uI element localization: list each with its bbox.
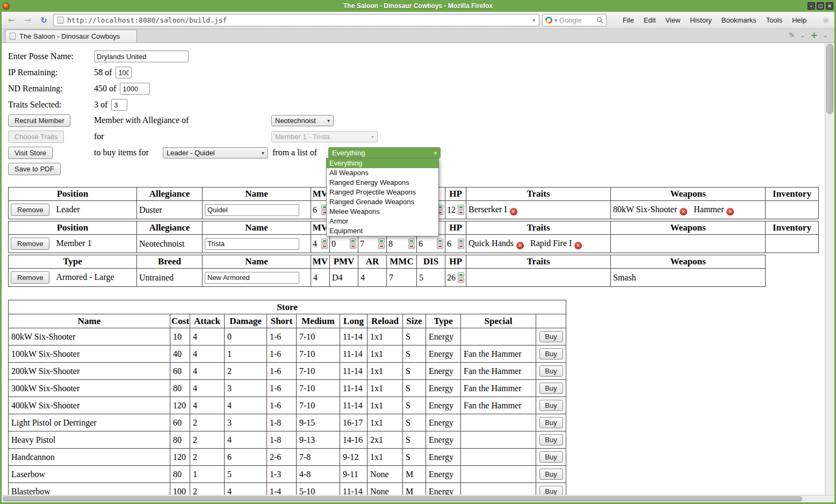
remove-trait-icon[interactable]: ✕ (574, 242, 582, 249)
remove-member1-button[interactable]: Remove (11, 237, 49, 250)
url-text[interactable]: http://localhost:8080/saloon/build.jsf (67, 16, 529, 24)
buy-button[interactable]: Buy (539, 451, 563, 463)
dinosaur-name-input[interactable] (205, 272, 299, 284)
store-filter-select[interactable]: Everything ▾ (328, 147, 441, 159)
search-box[interactable]: ▾ Google (542, 14, 607, 26)
filter-option[interactable]: Ranged Energy Weapons (327, 178, 438, 188)
search-engine-caret-icon[interactable]: ▾ (554, 17, 557, 23)
store-cell-medium: 7-10 (297, 397, 340, 414)
menu-help[interactable]: Help (787, 12, 811, 28)
store-cell-short: 1-6 (267, 328, 297, 345)
maximize-icon[interactable]: □ (817, 2, 824, 10)
store-body: 80kW Six-Shooter 10 4 0 1-6 7-10 11-14 1… (9, 328, 566, 495)
recruit-member-button[interactable]: Recruit Member (8, 114, 70, 127)
buy-button[interactable]: Buy (539, 331, 563, 342)
save-pdf-button[interactable]: Save to PDF (8, 163, 61, 175)
buy-member-select[interactable]: Leader - Quidel ▾ (163, 147, 268, 159)
dinosaur-table: TypeBreedName MVPMVAR MMCDISHP TraitsWea… (8, 255, 766, 287)
list-all-tabs-icon[interactable]: ⌄ (823, 32, 828, 39)
menu-history[interactable]: History (685, 12, 716, 28)
search-placeholder[interactable]: Google (559, 16, 594, 24)
posse-name-input[interactable] (94, 51, 189, 62)
minimize-icon[interactable]: – (808, 2, 815, 10)
member-select[interactable]: Member 1 - Trista ▾ (271, 131, 378, 142)
allegiance-select[interactable]: Neotechnoist ▾ (271, 115, 334, 126)
buy-button[interactable]: Buy (539, 383, 563, 394)
google-logo-icon (545, 17, 552, 24)
filter-option[interactable]: Ranged Grenade Weapons (327, 197, 438, 207)
store-cell-special (461, 483, 536, 495)
menu-file[interactable]: File (618, 12, 639, 28)
horizontal-scrollbar-thumb[interactable] (3, 496, 802, 501)
store-cell-special (461, 431, 536, 449)
reload-icon[interactable]: ↻ (37, 14, 51, 27)
filter-option[interactable]: Melee Weapons (327, 207, 438, 217)
back-icon[interactable]: ← (5, 14, 18, 27)
store-cell-short: 1-6 (267, 397, 297, 414)
store-cell-reload: 1x1 (367, 363, 403, 380)
store-cell-medium: 7-10 (297, 345, 340, 363)
menu-edit[interactable]: Edit (639, 12, 660, 28)
nd-max-input[interactable] (120, 83, 150, 95)
choose-traits-button[interactable]: Choose Traits (8, 131, 64, 143)
buy-button[interactable]: Buy (539, 486, 563, 495)
remove-trait-icon[interactable]: ✕ (516, 242, 524, 249)
store-cell-name: Laserbow (9, 466, 170, 483)
store-row: 80kW Six-Shooter 10 4 0 1-6 7-10 11-14 1… (9, 328, 566, 345)
vertical-scrollbar-thumb[interactable] (826, 44, 833, 114)
window-menu-icon[interactable] (3, 3, 10, 10)
filter-option[interactable]: Armor (327, 217, 438, 226)
store-cell-medium: 7-10 (297, 363, 340, 380)
buy-button[interactable]: Buy (539, 400, 563, 411)
search-icon[interactable] (596, 17, 603, 24)
store-cell-reload: 1x1 (367, 380, 403, 397)
traits-max-input[interactable] (111, 99, 127, 111)
remove-weapon-icon[interactable]: ✕ (680, 208, 687, 215)
buy-button[interactable]: Buy (539, 417, 563, 428)
remove-dinosaur-button[interactable]: Remove (11, 271, 49, 284)
filter-option[interactable]: Ranged Projectile Weapons (327, 188, 438, 197)
forward-icon[interactable]: → (21, 14, 34, 27)
store-cell-attack: 4 (190, 328, 225, 345)
buy-button[interactable]: Buy (539, 365, 563, 377)
filter-option[interactable]: Everything (327, 159, 438, 168)
store-cell-long: 11-14 (340, 397, 367, 414)
titlebar[interactable]: The Saloon - Dinosaur Cowboys - Mozilla … (0, 0, 836, 12)
store-cell-cost: 60 (170, 363, 190, 380)
store-cell-reload: 1x1 (367, 414, 403, 431)
visit-store-button[interactable]: Visit Store (8, 147, 53, 159)
remove-leader-button[interactable]: Remove (11, 204, 49, 216)
close-icon[interactable]: × (826, 2, 833, 10)
store-cell-reload: 1x1 (367, 328, 403, 345)
store-cell-long: 16-17 (340, 414, 367, 431)
tab-tools-icon[interactable]: ✎ (789, 31, 795, 39)
vertical-scrollbar[interactable] (825, 43, 834, 495)
ip-max-input[interactable] (116, 67, 132, 78)
horizontal-scrollbar[interactable] (2, 495, 834, 502)
new-tab-icon[interactable]: + (810, 30, 817, 40)
store-cell-special (461, 414, 536, 431)
buy-button[interactable]: Buy (539, 469, 563, 480)
remove-weapon-icon[interactable]: ✕ (726, 208, 734, 215)
buy-button[interactable]: Buy (539, 434, 563, 445)
filter-option[interactable]: Equipment (327, 226, 438, 236)
menu-tools[interactable]: Tools (761, 12, 787, 28)
filter-option[interactable]: All Weapons (327, 168, 438, 178)
buy-button[interactable]: Buy (539, 348, 563, 359)
leader-name-input[interactable] (205, 204, 299, 216)
tab-saloon[interactable]: The Saloon - Dinosaur Cowboys (5, 30, 137, 42)
menu-view[interactable]: View (660, 12, 685, 28)
navigation-toolbar: ← → ↻ http://localhost:8080/saloon/build… (2, 12, 834, 29)
member1-name-input[interactable] (205, 238, 299, 250)
mmc-spinner (408, 239, 415, 249)
url-bar[interactable]: http://localhost:8080/saloon/build.jsf ▾ (53, 14, 539, 26)
store-cell-type: Energy (426, 397, 461, 414)
store-cell-attack: 1 (190, 466, 225, 483)
url-history-caret-icon[interactable]: ▾ (532, 17, 535, 23)
hp-spinner (458, 272, 464, 283)
chevron-down-icon[interactable]: ⌄ (800, 32, 805, 39)
store-cell-size: S (403, 328, 426, 345)
remove-trait-icon[interactable]: ✕ (510, 208, 517, 215)
store-cell-long: 11-14 (340, 380, 367, 397)
menu-bookmarks[interactable]: Bookmarks (717, 12, 761, 28)
